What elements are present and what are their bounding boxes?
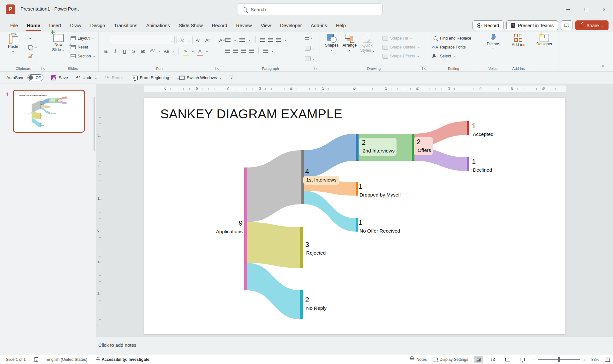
tab-design[interactable]: Design xyxy=(86,19,110,32)
justify-icon[interactable] xyxy=(249,49,254,53)
tab-animations[interactable]: Animations xyxy=(142,19,174,32)
display-settings-button[interactable]: Display Settings xyxy=(433,357,468,362)
grow-font-button[interactable]: A^ xyxy=(194,36,201,44)
align-right-icon[interactable] xyxy=(241,49,246,53)
present-in-teams-button[interactable]: Present in Teams xyxy=(506,20,558,30)
new-slide-button[interactable]: New Slide ⌄ xyxy=(50,34,67,52)
zoom-level[interactable]: 83% xyxy=(591,357,599,362)
slideshow-button[interactable] xyxy=(518,356,527,363)
addins-button[interactable]: Add-ins xyxy=(510,34,527,47)
notes-pane[interactable]: Click to add notes xyxy=(96,337,613,355)
paste-button[interactable]: Paste ⌄ xyxy=(4,34,22,53)
align-text-icon[interactable] xyxy=(305,46,311,51)
copy-button[interactable]: ⌄ xyxy=(27,43,37,51)
shrink-font-button[interactable]: A˅ xyxy=(204,36,211,44)
change-case-button[interactable]: Aa xyxy=(163,47,170,55)
accessibility-button[interactable]: Accessibility: Investigate xyxy=(95,357,149,362)
tab-help[interactable]: Help xyxy=(331,19,350,32)
undo-button[interactable]: ↶Undo⌄ xyxy=(76,75,97,80)
maximize-button[interactable] xyxy=(577,0,595,19)
align-center-icon[interactable] xyxy=(233,49,238,53)
sankey-diagram[interactable]: SANKEY DIAGRAM EXAMPLE9Applications41st … xyxy=(144,98,566,335)
dictate-button[interactable]: Dictate ⌄ xyxy=(484,34,502,50)
columns-icon[interactable] xyxy=(263,49,268,53)
section-button[interactable]: Section⌄ xyxy=(70,52,95,60)
highlight-color-button[interactable]: ✎ xyxy=(182,47,189,55)
reset-button[interactable]: Reset xyxy=(70,43,88,51)
decrease-indent-icon[interactable] xyxy=(260,38,265,42)
text-direction-icon[interactable] xyxy=(305,36,309,40)
tab-draw[interactable]: Draw xyxy=(65,19,86,32)
zoom-slider[interactable] xyxy=(538,359,580,360)
tab-record[interactable]: Record xyxy=(207,19,231,32)
smartart-icon[interactable] xyxy=(305,56,311,61)
paragraph-dialog-launcher[interactable]: ↘ xyxy=(314,67,318,70)
tab-home[interactable]: Home xyxy=(22,19,45,32)
font-dialog-launcher[interactable]: ↘ xyxy=(216,67,219,70)
comments-button[interactable] xyxy=(561,20,572,30)
fit-to-window-icon[interactable] xyxy=(605,358,610,362)
close-button[interactable]: × xyxy=(595,0,613,19)
replace-fonts-button[interactable]: AReplace Fonts xyxy=(433,43,466,51)
cut-button[interactable]: ✂ xyxy=(27,34,33,42)
tab-transitions[interactable]: Transitions xyxy=(110,19,142,32)
customize-qat-button[interactable]: ˅ xyxy=(230,76,233,80)
shape-effects-button[interactable]: Shape Effects⌄ xyxy=(382,52,420,60)
zoom-in-button[interactable]: + xyxy=(583,357,586,362)
tab-view[interactable]: View xyxy=(256,19,276,32)
designer-button[interactable]: Designer xyxy=(536,34,553,47)
reading-view-button[interactable] xyxy=(503,356,512,363)
language-button[interactable]: English (United States) xyxy=(47,357,87,362)
strikethrough-button[interactable]: ab xyxy=(140,47,147,55)
bold-button[interactable]: B xyxy=(102,47,110,55)
search-input[interactable]: Search xyxy=(238,4,382,15)
clipboard-dialog-launcher[interactable]: ↘ xyxy=(42,67,45,70)
tab-insert[interactable]: Insert xyxy=(45,19,66,32)
shapes-button[interactable]: Shapes ⌄ xyxy=(323,34,340,51)
autosave-toggle[interactable]: Off xyxy=(27,74,43,81)
slide-thumbnail[interactable]: SANKEY DIAGRAM EXAMPLE9Applications41st … xyxy=(13,90,85,133)
arrange-button[interactable]: Arrange ⌄ xyxy=(341,34,358,51)
minimize-button[interactable] xyxy=(559,0,577,19)
notes-button[interactable]: Notes xyxy=(410,357,427,362)
tab-slide-show[interactable]: Slide Show xyxy=(174,19,207,32)
spellcheck-button[interactable] xyxy=(34,357,38,362)
shape-fill-button[interactable]: Shape Fill⌄ xyxy=(382,34,412,42)
shape-outline-button[interactable]: Shape Outline⌄ xyxy=(382,43,420,51)
record-button[interactable]: Record xyxy=(473,20,503,30)
tab-add-ins[interactable]: Add-ins xyxy=(306,19,331,32)
collapse-ribbon-button[interactable]: ˅ xyxy=(602,64,604,69)
select-button[interactable]: Select⌄ xyxy=(433,52,456,60)
drawing-dialog-launcher[interactable]: ↘ xyxy=(422,67,426,70)
panel-scrollbar[interactable] xyxy=(94,97,95,151)
tab-file[interactable]: File xyxy=(6,19,22,32)
zoom-out-button[interactable]: − xyxy=(533,357,535,362)
redo-button[interactable]: ↷Redo xyxy=(105,75,122,80)
bullets-icon[interactable] xyxy=(225,38,231,42)
underline-button[interactable]: U xyxy=(121,47,128,55)
shadow-button[interactable]: S xyxy=(130,47,137,55)
increase-indent-icon[interactable] xyxy=(268,38,273,42)
font-name-select[interactable]: ⌄ xyxy=(111,36,175,44)
slide-sorter-button[interactable] xyxy=(488,356,497,363)
normal-view-button[interactable] xyxy=(474,356,483,363)
tab-review[interactable]: Review xyxy=(232,19,256,32)
align-left-icon[interactable] xyxy=(225,49,230,53)
share-button[interactable]: Share ⌄ xyxy=(575,20,609,30)
font-size-select[interactable]: 32⌄ xyxy=(177,36,193,44)
format-painter-button[interactable] xyxy=(27,52,33,60)
font-color-button[interactable]: A xyxy=(196,47,203,55)
numbering-icon[interactable] xyxy=(239,38,245,42)
from-beginning-button[interactable]: From Beginning xyxy=(132,75,169,80)
tab-developer[interactable]: Developer xyxy=(276,19,306,32)
quick-styles-button[interactable]: Quick Styles ⌄ xyxy=(359,34,376,53)
find-replace-button[interactable]: Find and Replace xyxy=(433,34,471,42)
switch-windows-button[interactable]: Switch Windows⌄ xyxy=(179,75,222,80)
line-spacing-icon[interactable] xyxy=(276,38,281,42)
zoom-slider-thumb[interactable] xyxy=(558,357,560,362)
slide[interactable]: SANKEY DIAGRAM EXAMPLE9Applications41st … xyxy=(144,98,566,334)
character-spacing-button[interactable]: AV xyxy=(149,47,156,55)
layout-button[interactable]: Layout⌄ xyxy=(70,34,94,42)
italic-button[interactable]: I xyxy=(112,47,119,55)
save-button[interactable]: Save xyxy=(51,75,68,80)
